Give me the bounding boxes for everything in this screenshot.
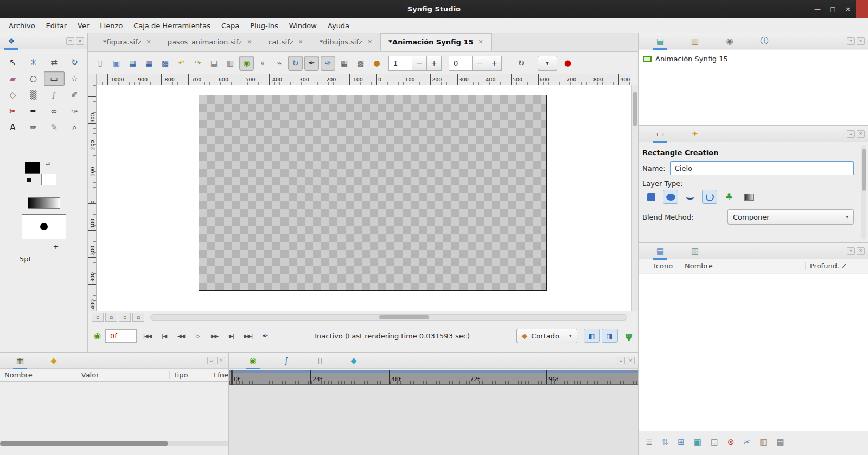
curves-tab-icon[interactable]: ∫	[278, 354, 295, 368]
keyframes-tab-icon[interactable]: ◆	[46, 354, 62, 368]
spline-layer-icon[interactable]	[682, 190, 698, 204]
panel-window-button[interactable]: ×	[857, 247, 865, 255]
rectangle-tool[interactable]: ▭	[44, 71, 65, 86]
column-header[interactable]: Nombre	[0, 371, 78, 379]
panel-window-button[interactable]: ▫	[207, 357, 215, 364]
future-frames-increase-button[interactable]: +	[487, 56, 502, 71]
menu-item[interactable]: Plug-Ins	[245, 19, 283, 33]
play-button[interactable]: ▷	[189, 329, 206, 343]
menu-item[interactable]: Archivo	[3, 19, 41, 33]
seek-next-keyframe-button[interactable]: ▶|	[223, 329, 240, 343]
brush-size-value[interactable]: 5pt	[20, 255, 66, 266]
low-res-icon[interactable]: ●	[369, 56, 384, 71]
redo-icon[interactable]: ↷	[190, 56, 205, 71]
folder-icon[interactable]: ▣	[694, 437, 701, 447]
document-tab[interactable]: cat.sifz ✕	[260, 33, 311, 51]
scrollbar-handle[interactable]	[633, 92, 637, 126]
resources-tab-icon[interactable]: ◉	[722, 34, 738, 48]
past-frames-increase-button[interactable]: +	[427, 56, 442, 71]
blend-method-dropdown[interactable]: Componer ▾	[727, 209, 854, 225]
quality-dropdown[interactable]: ◆ Cortado ▾	[516, 329, 577, 343]
brush-size-decrease-button[interactable]: -	[29, 242, 31, 251]
toggle-low-res-button[interactable]: ▫	[119, 313, 131, 322]
past-frames-decrease-button[interactable]: −	[412, 56, 427, 71]
text-tool[interactable]: A	[3, 120, 23, 134]
scrollbar-handle[interactable]	[862, 149, 866, 191]
gradient-swatch[interactable]	[28, 197, 60, 209]
region-layer-icon[interactable]	[643, 190, 659, 204]
copy-icon[interactable]: ▥	[760, 437, 767, 447]
zoom-tool[interactable]: ⌕	[65, 120, 85, 134]
rerender-icon[interactable]: ↻	[514, 56, 528, 71]
layers-tab-icon[interactable]: ▤	[652, 244, 668, 258]
column-header[interactable]: Tipo	[169, 371, 210, 379]
fill-tool[interactable]: ▰	[3, 71, 23, 86]
timetrack-tab-icon[interactable]: ◉	[245, 354, 261, 368]
foreground-color-swatch[interactable]	[25, 162, 40, 174]
layers-list[interactable]	[639, 274, 868, 431]
tool-options-scrollbar[interactable]	[861, 145, 866, 239]
parameters-horizontal-scrollbar[interactable]	[0, 441, 228, 446]
menu-item[interactable]: Ayuda	[322, 19, 355, 33]
render-icon[interactable]: ▤	[207, 56, 221, 71]
duplicate-icon[interactable]: ◱	[711, 437, 718, 447]
star-tool[interactable]: ☆	[65, 71, 85, 86]
current-time-field[interactable]: 0f	[105, 329, 137, 343]
preview-icon[interactable]: ▥	[223, 56, 238, 71]
maximize-button[interactable]: □	[827, 4, 839, 15]
canvas-vertical-scrollbar[interactable]	[631, 85, 638, 311]
tab-close-icon[interactable]: ✕	[478, 39, 483, 46]
timetrack-body[interactable]	[229, 385, 638, 455]
transform-tool[interactable]: ↖	[3, 55, 23, 69]
gradient-layer-icon[interactable]	[741, 190, 756, 204]
tab-close-icon[interactable]: ✕	[247, 39, 252, 46]
animate-pen-icon[interactable]: ✒	[262, 331, 269, 340]
width-tool[interactable]: ✐	[65, 87, 85, 102]
swap-colors-icon[interactable]: ⇄	[46, 161, 50, 166]
record-icon[interactable]: ●	[564, 58, 571, 68]
tab-close-icon[interactable]: ✕	[146, 39, 151, 46]
sketch-tool[interactable]: ✎	[44, 120, 65, 134]
artboard-transparency-checker[interactable]	[199, 95, 547, 291]
background-color-swatch[interactable]	[41, 174, 56, 185]
panel-window-button[interactable]: ▫	[847, 130, 855, 138]
seek-prev-frame-button[interactable]: ◀◀	[173, 329, 189, 343]
refresh-time-icon[interactable]: ↻	[288, 56, 303, 71]
scrollbar-handle[interactable]	[379, 315, 429, 319]
open-icon[interactable]: ▣	[109, 56, 124, 71]
menu-item[interactable]: Caja de Herramientas	[128, 19, 216, 33]
panel-window-button[interactable]: ×	[857, 130, 865, 138]
panel-window-button[interactable]: ▫	[847, 247, 855, 255]
grid-snap-icon[interactable]: ▩	[353, 56, 368, 71]
menu-item[interactable]: Window	[284, 19, 322, 33]
new-doc-icon[interactable]: ▯	[93, 56, 107, 71]
tab-close-icon[interactable]: ✕	[367, 39, 372, 46]
delete-layer-icon[interactable]: ⊗	[727, 437, 735, 447]
seek-begin-button[interactable]: |◀◀	[139, 329, 156, 343]
keyframe-list-icon[interactable]: ▯	[312, 354, 328, 368]
panel-window-button[interactable]: ×	[76, 37, 84, 45]
rotate-tool[interactable]: ↻	[65, 55, 85, 69]
canvas-browser-tab-icon[interactable]: ▤	[652, 34, 668, 48]
panel-window-button[interactable]: ▫	[66, 37, 74, 45]
past-onion-toggle[interactable]: ◧	[584, 329, 600, 343]
column-header[interactable]: Icono	[654, 262, 681, 270]
future-frames-decrease-button[interactable]: −	[473, 56, 487, 71]
column-header[interactable]: Profund. Z	[805, 262, 868, 270]
minimize-button[interactable]: —	[812, 4, 824, 15]
pen-icon[interactable]: ✑	[321, 56, 335, 71]
seek-next-frame-button[interactable]: ▶▶	[206, 329, 223, 343]
menu-item[interactable]: Lienzo	[94, 19, 128, 33]
time-cursor[interactable]	[231, 370, 233, 385]
cut-tool[interactable]: ✂	[3, 104, 23, 118]
scrollbar-handle[interactable]	[0, 441, 168, 446]
onion-skin-icon[interactable]: ◉	[239, 56, 254, 71]
cut-icon[interactable]: ✂	[744, 437, 751, 447]
panel-window-button[interactable]: ×	[857, 37, 865, 45]
feather-icon[interactable]: ✒	[304, 56, 319, 71]
grid-show-icon[interactable]: ▦	[337, 56, 352, 71]
document-tab[interactable]: *Animación Synfig 15 ✕	[380, 33, 492, 51]
save-as-icon[interactable]: ▦	[142, 56, 156, 71]
canvas-browser-item[interactable]: Animación Synfig 15	[639, 50, 868, 68]
panel-window-button[interactable]: ▫	[847, 37, 855, 45]
